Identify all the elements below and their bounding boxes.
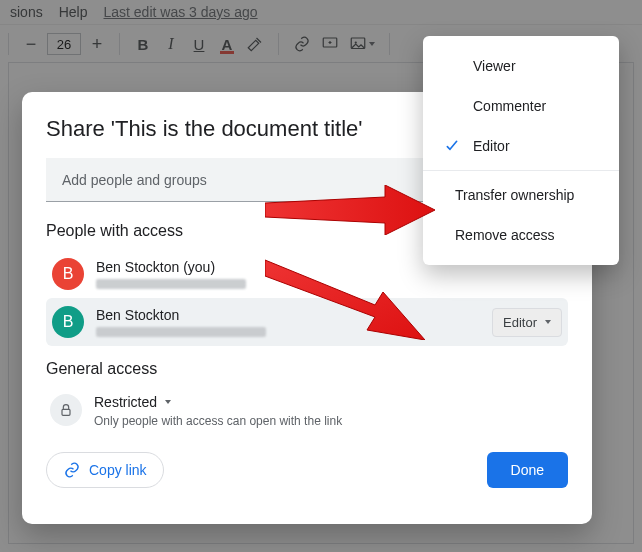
- person-name: Ben Stockton: [96, 307, 480, 323]
- insert-link-button[interactable]: [289, 31, 315, 57]
- font-size-decrease[interactable]: −: [19, 33, 43, 55]
- image-icon: [349, 35, 367, 53]
- font-size-value[interactable]: 26: [47, 33, 81, 55]
- svg-rect-3: [62, 409, 70, 415]
- chevron-down-icon: [545, 320, 551, 324]
- role-option-commenter[interactable]: Commenter: [423, 86, 619, 126]
- general-access-dropdown[interactable]: Restricted: [94, 394, 342, 410]
- copy-link-label: Copy link: [89, 462, 147, 478]
- copy-link-button[interactable]: Copy link: [46, 452, 164, 488]
- link-icon: [63, 461, 81, 479]
- menu-separator: [423, 170, 619, 171]
- role-dropdown-menu: Viewer Commenter Editor Transfer ownersh…: [423, 36, 619, 265]
- chevron-down-icon: [369, 42, 375, 46]
- role-dropdown-button[interactable]: Editor: [492, 308, 562, 337]
- role-label: Editor: [503, 315, 537, 330]
- font-size-stepper[interactable]: − 26 +: [13, 33, 115, 55]
- general-access-row: Restricted Only people with access can o…: [46, 388, 568, 434]
- role-option-remove-access[interactable]: Remove access: [423, 215, 619, 255]
- general-access-heading: General access: [46, 360, 568, 378]
- general-access-description: Only people with access can open with th…: [94, 414, 342, 428]
- menu-extensions[interactable]: sions: [10, 4, 43, 20]
- comment-plus-icon: [321, 35, 339, 53]
- general-access-label: Restricted: [94, 394, 157, 410]
- text-color-button[interactable]: A: [214, 31, 240, 57]
- insert-image-button[interactable]: [345, 31, 379, 57]
- role-option-label: Remove access: [455, 227, 555, 243]
- link-icon: [293, 35, 311, 53]
- check-icon: [443, 138, 461, 154]
- last-edit-link[interactable]: Last edit was 3 days ago: [103, 4, 257, 20]
- person-row-editor[interactable]: B Ben Stockton Editor: [46, 298, 568, 346]
- menu-bar: sions Help Last edit was 3 days ago: [0, 0, 642, 25]
- add-comment-button[interactable]: [317, 31, 343, 57]
- italic-button[interactable]: I: [158, 31, 184, 57]
- menu-help[interactable]: Help: [59, 4, 88, 20]
- lock-icon: [50, 394, 82, 426]
- done-button[interactable]: Done: [487, 452, 568, 488]
- person-email-redacted: [96, 327, 266, 337]
- role-option-transfer-ownership[interactable]: Transfer ownership: [423, 175, 619, 215]
- chevron-down-icon: [165, 400, 171, 404]
- bold-button[interactable]: B: [130, 31, 156, 57]
- person-email-redacted: [96, 279, 246, 289]
- role-option-editor[interactable]: Editor: [423, 126, 619, 166]
- role-option-label: Viewer: [473, 58, 516, 74]
- underline-button[interactable]: U: [186, 31, 212, 57]
- avatar: B: [52, 306, 84, 338]
- role-option-label: Commenter: [473, 98, 546, 114]
- highlighter-icon: [246, 35, 264, 53]
- role-option-label: Editor: [473, 138, 510, 154]
- role-option-label: Transfer ownership: [455, 187, 574, 203]
- font-size-increase[interactable]: +: [85, 33, 109, 55]
- highlight-button[interactable]: [242, 31, 268, 57]
- avatar: B: [52, 258, 84, 290]
- role-option-viewer[interactable]: Viewer: [423, 46, 619, 86]
